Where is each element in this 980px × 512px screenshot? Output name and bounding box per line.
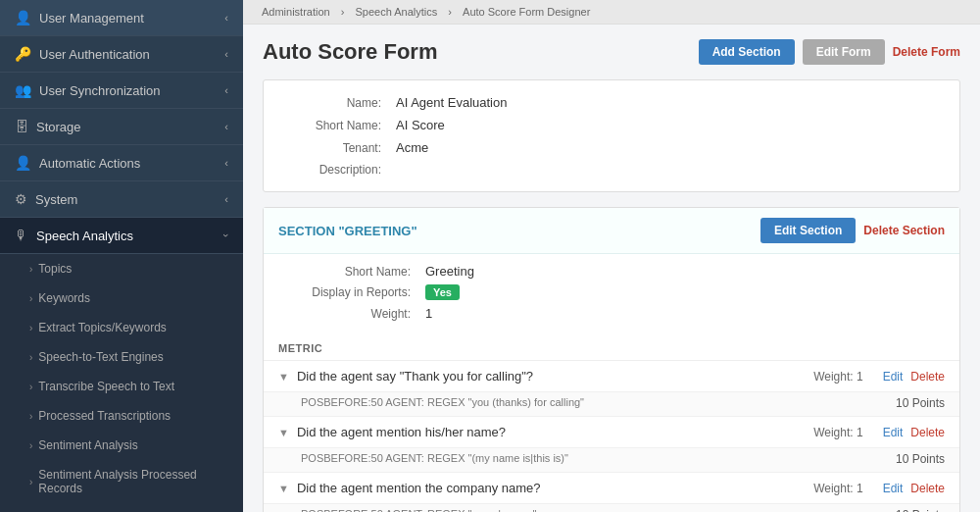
metric-row-2: ▼ Did the agent mention his/her name? We… — [264, 417, 959, 448]
greeting-short-name-value: Greeting — [425, 264, 474, 279]
arrow-sentiment: › — [29, 440, 32, 451]
submenu-transcribe[interactable]: › Transcribe Speech to Text — [0, 372, 243, 401]
sidebar: 👤 User Management ‹ 🔑 User Authenticatio… — [0, 0, 243, 512]
page-title: Auto Score Form — [263, 39, 437, 65]
user-auth-icon: 🔑 — [15, 46, 31, 62]
form-info-panel: Name: AI Agent Evaluation Short Name: AI… — [263, 79, 960, 192]
submenu-topics[interactable]: › Topics — [0, 254, 243, 283]
greeting-short-name-row: Short Name: Greeting — [283, 264, 940, 279]
metric-weight-2: Weight: 1 — [813, 426, 862, 439]
greeting-display-label: Display in Reports: — [283, 285, 411, 299]
metric-delete-2[interactable]: Delete — [910, 426, 945, 439]
metric-detail-3: POSBEFORE:50 AGENT: REGEX "acme|accme" 1… — [264, 504, 959, 512]
metric-actions-2: Edit Delete — [883, 426, 945, 439]
form-name-label: Name: — [283, 96, 381, 110]
speech-analytics-icon: 🎙 — [15, 228, 28, 243]
automatic-actions-icon: 👤 — [15, 155, 31, 171]
metric-points-1: 10 Points — [896, 396, 945, 410]
submenu-processed-transcriptions[interactable]: › Processed Transcriptions — [0, 401, 243, 431]
section-greeting-actions: Edit Section Delete Section — [760, 218, 945, 243]
chevron-storage: ‹ — [224, 121, 228, 132]
arrow-extract: › — [29, 323, 32, 333]
sidebar-item-system[interactable]: ⚙ System ‹ — [0, 181, 243, 218]
metric-row-3: ▼ Did the agent mention the company name… — [264, 473, 959, 504]
metric-toggle-2[interactable]: ▼ — [278, 427, 289, 438]
metric-question-1: Did the agent say "Thank you for calling… — [297, 369, 813, 384]
greeting-weight-value: 1 — [425, 306, 432, 321]
submenu-speech-to-text[interactable]: › Speech-to-Text Engines — [0, 342, 243, 372]
submenu-extract-topics[interactable]: › Extract Topics/Keywords — [0, 313, 243, 342]
metric-actions-1: Edit Delete — [883, 370, 945, 384]
delete-form-button[interactable]: Delete Form — [893, 39, 960, 65]
metric-weight-1: Weight: 1 — [813, 370, 862, 384]
metric-delete-1[interactable]: Delete — [910, 370, 945, 384]
main-content: Administration › Speech Analytics › Auto… — [243, 0, 980, 512]
greeting-display-row: Display in Reports: Yes — [283, 284, 940, 300]
form-short-name-value: AI Score — [396, 118, 445, 132]
arrow-topics: › — [29, 264, 32, 275]
greeting-short-name-label: Short Name: — [283, 265, 411, 279]
section-greeting-header: SECTION "GREETING" Edit Section Delete S… — [264, 208, 959, 254]
metric-actions-3: Edit Delete — [883, 482, 945, 495]
chevron-user-management: ‹ — [224, 12, 228, 24]
form-tenant-label: Tenant: — [283, 141, 381, 155]
speech-analytics-submenu: › Topics › Keywords › Extract Topics/Key… — [0, 254, 243, 512]
form-name-value: AI Agent Evaluation — [396, 95, 507, 110]
metric-edit-3[interactable]: Edit — [883, 482, 904, 495]
breadcrumb: Administration › Speech Analytics › Auto… — [243, 0, 980, 25]
edit-section-greeting-button[interactable]: Edit Section — [760, 218, 856, 243]
sidebar-item-user-authentication[interactable]: 🔑 User Authentication ‹ — [0, 36, 243, 73]
metric-delete-3[interactable]: Delete — [910, 482, 945, 495]
metric-question-2: Did the agent mention his/her name? — [297, 425, 813, 439]
section-greeting-title: SECTION "GREETING" — [278, 224, 417, 238]
metric-edit-1[interactable]: Edit — [883, 370, 904, 384]
sidebar-item-user-synchronization[interactable]: 👥 User Synchronization ‹ — [0, 73, 243, 109]
sidebar-item-automatic-actions[interactable]: 👤 Automatic Actions ‹ — [0, 145, 243, 181]
sidebar-item-speech-analytics[interactable]: 🎙 Speech Analytics › — [0, 218, 243, 254]
delete-section-greeting-button[interactable]: Delete Section — [863, 224, 945, 237]
greeting-weight-label: Weight: — [283, 307, 411, 321]
user-management-icon: 👤 — [15, 10, 31, 26]
metric-points-3: 10 Points — [896, 508, 945, 512]
form-tenant-value: Acme — [396, 140, 428, 155]
arrow-proc-trans: › — [29, 411, 32, 422]
chevron-auto-actions: ‹ — [224, 157, 228, 169]
form-tenant-row: Tenant: Acme — [283, 140, 940, 155]
sidebar-item-user-management[interactable]: 👤 User Management ‹ — [0, 0, 243, 36]
sidebar-item-storage[interactable]: 🗄 Storage ‹ — [0, 109, 243, 145]
metric-toggle-1[interactable]: ▼ — [278, 371, 289, 383]
user-sync-icon: 👥 — [15, 82, 31, 98]
submenu-auto-score-results[interactable]: › Auto Score Results — [0, 503, 243, 512]
storage-icon: 🗄 — [15, 119, 28, 134]
metric-weight-3: Weight: 1 — [813, 482, 862, 495]
system-icon: ⚙ — [15, 191, 27, 207]
chevron-speech-analytics: › — [220, 233, 232, 237]
form-description-label: Description: — [283, 163, 381, 177]
chevron-system: ‹ — [224, 193, 228, 205]
chevron-user-auth: ‹ — [224, 48, 228, 60]
submenu-keywords[interactable]: › Keywords — [0, 283, 243, 313]
metric-edit-2[interactable]: Edit — [883, 426, 904, 439]
section-greeting-info: Short Name: Greeting Display in Reports:… — [264, 254, 959, 336]
add-section-button[interactable]: Add Section — [699, 39, 795, 65]
form-short-name-row: Short Name: AI Score — [283, 118, 940, 132]
metric-row-1: ▼ Did the agent say "Thank you for calli… — [264, 361, 959, 392]
submenu-sentiment-processed[interactable]: › Sentiment Analysis Processed Records — [0, 460, 243, 503]
content-area: Auto Score Form Add Section Edit Form De… — [243, 25, 980, 512]
metric-header-greeting: METRIC — [264, 336, 959, 361]
arrow-keywords: › — [29, 293, 32, 304]
metric-question-3: Did the agent mention the company name? — [297, 481, 813, 495]
form-name-row: Name: AI Agent Evaluation — [283, 95, 940, 110]
metric-toggle-3[interactable]: ▼ — [278, 483, 289, 494]
form-description-row: Description: — [283, 163, 940, 177]
metric-points-2: 10 Points — [896, 452, 945, 466]
arrow-transcribe: › — [29, 382, 32, 392]
edit-form-button[interactable]: Edit Form — [803, 39, 885, 65]
greeting-weight-row: Weight: 1 — [283, 306, 940, 321]
page-header: Auto Score Form Add Section Edit Form De… — [263, 39, 960, 65]
section-greeting: SECTION "GREETING" Edit Section Delete S… — [263, 207, 960, 512]
arrow-stt: › — [29, 352, 32, 363]
chevron-user-sync: ‹ — [224, 84, 228, 96]
form-short-name-label: Short Name: — [283, 119, 381, 132]
submenu-sentiment-analysis[interactable]: › Sentiment Analysis — [0, 431, 243, 460]
